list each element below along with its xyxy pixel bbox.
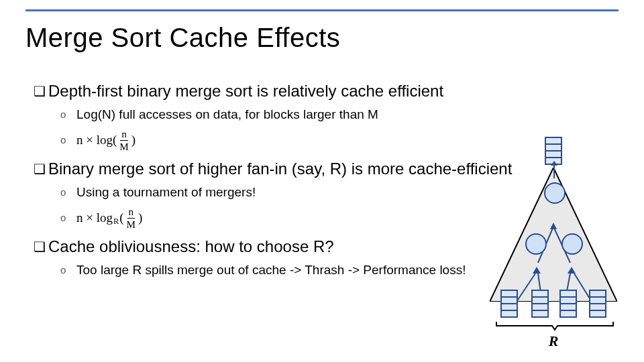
numerator: n: [127, 206, 136, 218]
input-buffer-stack: [500, 290, 518, 318]
buffer-cell: [589, 296, 606, 303]
buffer-cell: [500, 296, 518, 303]
tree-node: [561, 233, 583, 255]
circle-bullet-icon: o: [60, 210, 76, 225]
tree-node-root: [544, 182, 566, 204]
buffer-cell: [559, 310, 577, 318]
input-buffer-stack: [559, 290, 577, 318]
slide-title: Merge Sort Cache Effects: [25, 23, 340, 53]
buffer-cell: [500, 310, 518, 318]
fraction: n M: [118, 129, 130, 151]
bullet-text: Cache obliviousness: how to choose R?: [48, 237, 334, 256]
circle-bullet-icon: o: [60, 133, 76, 147]
fanin-label: R: [476, 333, 631, 350]
subbullet-text: Log(N) full accesses on data, for blocks…: [76, 107, 378, 122]
square-bullet-icon: ❑: [34, 82, 48, 101]
fanin-tree-diagram: R: [476, 141, 631, 355]
brace-icon: [495, 320, 614, 331]
buffer-cell: [589, 303, 606, 310]
subbullet-logn: o Log(N) full accesses on data, for bloc…: [60, 103, 624, 126]
input-buffer-stack: [589, 290, 606, 318]
buffer-cell: [531, 303, 549, 310]
tree-node: [525, 233, 547, 255]
buffer-cell: [500, 290, 518, 296]
buffer-cell: [531, 296, 549, 303]
square-bullet-icon: ❑: [34, 237, 48, 256]
buffer-cell: [545, 150, 562, 157]
svg-marker-9: [568, 267, 576, 274]
buffer-cell: [545, 137, 562, 143]
buffer-cell: [545, 143, 562, 150]
input-buffer-stack: [531, 290, 549, 318]
buffer-cell: [531, 290, 549, 296]
buffer-cell: [559, 303, 577, 310]
formula-part: n × log: [76, 210, 113, 225]
numerator: n: [120, 129, 128, 140]
svg-marker-3: [550, 223, 557, 229]
buffer-cell: [589, 310, 606, 318]
formula-nlog-nm: n × log( n M ): [76, 129, 136, 151]
svg-marker-8: [533, 267, 541, 274]
denominator: M: [118, 141, 130, 152]
circle-bullet-icon: o: [60, 263, 76, 278]
arrow-up-icon: [553, 165, 555, 178]
square-bullet-icon: ❑: [34, 160, 48, 178]
buffer-cell: [589, 290, 606, 296]
formula-part: (: [119, 210, 123, 225]
buffer-cell: [531, 310, 549, 318]
formula-part: n × log(: [76, 133, 117, 147]
formula-part: ): [131, 133, 136, 147]
buffer-cell: [500, 303, 518, 310]
denominator: M: [125, 219, 138, 229]
bullet-text: Binary merge sort of higher fan-in (say,…: [48, 160, 512, 178]
accent-rule: [25, 9, 619, 11]
bullet-text: Depth-first binary merge sort is relativ…: [48, 82, 443, 101]
fraction: n M: [125, 206, 138, 229]
circle-bullet-icon: o: [60, 185, 76, 200]
buffer-cell: [559, 296, 577, 303]
buffer-cell: [559, 290, 577, 296]
subbullet-text: Too large R spills merge out of cache ->…: [76, 263, 466, 278]
formula-nlogR-nm: n × log R ( n M ): [76, 206, 142, 229]
formula-part: ): [138, 210, 142, 225]
circle-bullet-icon: o: [60, 107, 76, 122]
bullet-depth-first: ❑ Depth-first binary merge sort is relat…: [34, 82, 624, 101]
subscript-R: R: [113, 217, 119, 227]
subbullet-text: Using a tournament of mergers!: [76, 185, 256, 200]
